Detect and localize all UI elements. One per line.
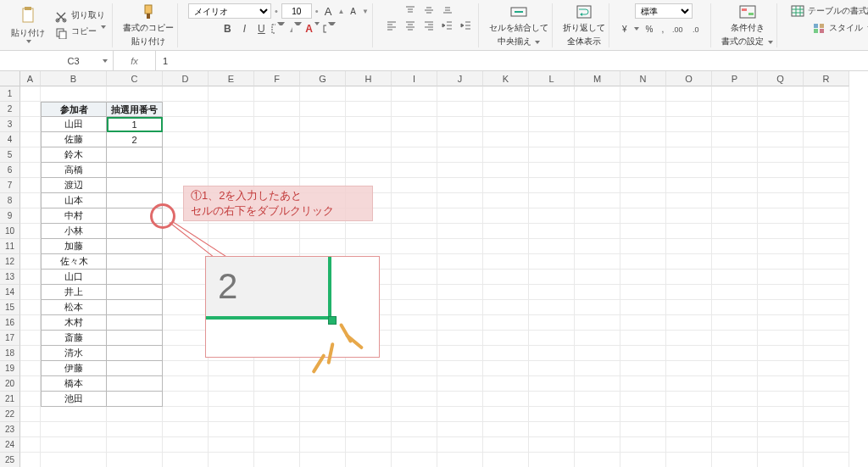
cell[interactable] xyxy=(392,437,437,453)
cell[interactable] xyxy=(620,437,666,453)
row-header[interactable]: 3 xyxy=(0,117,20,132)
cell[interactable] xyxy=(804,422,849,437)
column-header[interactable]: H xyxy=(346,71,392,86)
cell[interactable] xyxy=(712,346,758,361)
cell[interactable] xyxy=(712,315,758,331)
cell[interactable] xyxy=(300,117,346,132)
cell[interactable] xyxy=(209,224,254,239)
cell[interactable] xyxy=(392,422,437,437)
cell[interactable] xyxy=(392,361,437,376)
cell[interactable] xyxy=(712,86,758,102)
cell[interactable] xyxy=(483,392,529,407)
cell[interactable] xyxy=(620,285,666,300)
cell[interactable] xyxy=(620,376,666,392)
cell[interactable] xyxy=(20,163,41,178)
cell[interactable] xyxy=(437,86,483,102)
cell[interactable] xyxy=(20,346,41,361)
cell[interactable] xyxy=(804,254,849,270)
cell[interactable] xyxy=(346,392,392,407)
cell[interactable] xyxy=(529,163,575,178)
cell[interactable] xyxy=(209,407,254,422)
cell[interactable] xyxy=(666,453,712,467)
cell[interactable] xyxy=(20,361,41,376)
cell[interactable] xyxy=(575,132,620,147)
cell[interactable] xyxy=(437,208,483,224)
cell[interactable] xyxy=(20,437,41,453)
cell[interactable] xyxy=(529,239,575,254)
cell[interactable] xyxy=(254,102,300,117)
cell[interactable] xyxy=(483,102,529,117)
cell[interactable] xyxy=(107,315,163,331)
cell[interactable] xyxy=(392,392,437,407)
cell[interactable] xyxy=(107,331,163,346)
cell-style-button[interactable]: スタイル xyxy=(809,20,868,36)
cell[interactable] xyxy=(300,407,346,422)
cell[interactable] xyxy=(666,86,712,102)
cell[interactable] xyxy=(758,285,804,300)
cell[interactable]: 中村 xyxy=(41,208,107,224)
cell[interactable] xyxy=(20,300,41,315)
cell[interactable] xyxy=(804,315,849,331)
cell[interactable] xyxy=(529,254,575,270)
cell[interactable] xyxy=(163,437,209,453)
cell[interactable]: 伊藤 xyxy=(41,361,107,376)
cell[interactable] xyxy=(392,163,437,178)
cell[interactable] xyxy=(620,300,666,315)
cell[interactable] xyxy=(392,285,437,300)
format-painter-button[interactable]: 書式のコピー 貼り付け xyxy=(120,3,178,47)
row-header[interactable]: 16 xyxy=(0,315,20,331)
cell[interactable] xyxy=(620,392,666,407)
row-header[interactable]: 12 xyxy=(0,254,20,270)
name-box[interactable]: C3 xyxy=(0,51,114,70)
increase-decimal-button[interactable]: .00 xyxy=(670,23,687,35)
cell[interactable] xyxy=(666,193,712,208)
cell[interactable] xyxy=(712,300,758,315)
decrease-decimal-button[interactable]: .0 xyxy=(690,23,707,35)
cell[interactable] xyxy=(804,178,849,193)
cell[interactable] xyxy=(254,224,300,239)
cell[interactable] xyxy=(163,346,209,361)
cell[interactable] xyxy=(804,300,849,315)
cell[interactable] xyxy=(392,239,437,254)
cell[interactable] xyxy=(804,224,849,239)
cell[interactable] xyxy=(620,239,666,254)
cell[interactable] xyxy=(392,453,437,467)
column-header[interactable]: N xyxy=(620,71,666,86)
cell[interactable] xyxy=(666,331,712,346)
cell[interactable] xyxy=(529,331,575,346)
cell[interactable] xyxy=(300,102,346,117)
cell[interactable] xyxy=(483,147,529,163)
cell[interactable] xyxy=(300,86,346,102)
column-headers[interactable]: ABCDEFGHIJKLMNOPQR xyxy=(20,71,868,86)
row-header[interactable]: 13 xyxy=(0,270,20,285)
cell[interactable]: 抽選用番号 xyxy=(107,102,163,117)
cell[interactable] xyxy=(483,163,529,178)
cell[interactable] xyxy=(529,224,575,239)
cell[interactable] xyxy=(575,285,620,300)
cell[interactable] xyxy=(300,132,346,147)
cell[interactable] xyxy=(620,117,666,132)
cell[interactable] xyxy=(392,86,437,102)
cell[interactable] xyxy=(20,407,41,422)
cell[interactable] xyxy=(163,422,209,437)
cell[interactable] xyxy=(41,422,107,437)
cell[interactable] xyxy=(392,147,437,163)
cell[interactable] xyxy=(346,376,392,392)
cell[interactable]: 斎藤 xyxy=(41,331,107,346)
cell[interactable] xyxy=(712,254,758,270)
cell[interactable] xyxy=(804,346,849,361)
border-button[interactable] xyxy=(271,22,285,36)
cell[interactable] xyxy=(392,407,437,422)
cell[interactable] xyxy=(666,270,712,285)
cell[interactable]: 木村 xyxy=(41,315,107,331)
cell[interactable] xyxy=(346,407,392,422)
cell[interactable] xyxy=(666,254,712,270)
column-header[interactable]: A xyxy=(20,71,41,86)
cell[interactable] xyxy=(41,407,107,422)
cell[interactable] xyxy=(437,254,483,270)
cell[interactable] xyxy=(392,331,437,346)
cell[interactable] xyxy=(712,132,758,147)
cell[interactable] xyxy=(483,193,529,208)
row-header[interactable]: 19 xyxy=(0,361,20,376)
cell[interactable] xyxy=(437,102,483,117)
